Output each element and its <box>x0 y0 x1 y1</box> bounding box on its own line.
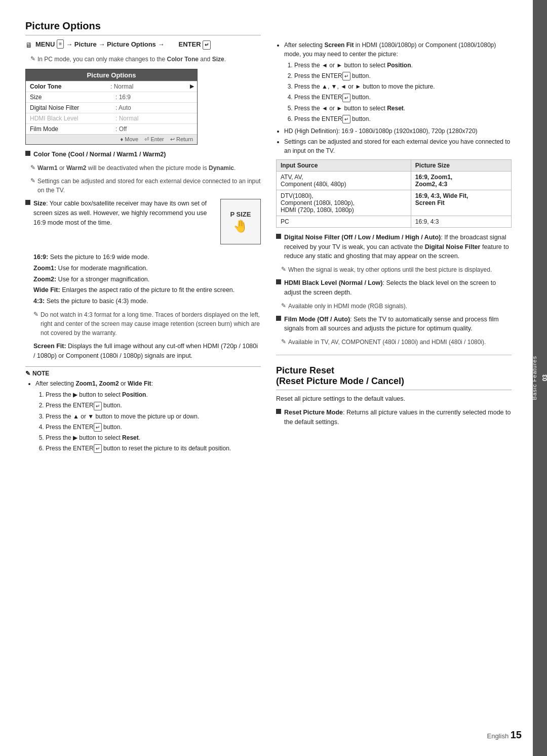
wide-fit-text: Wide Fit: Enlarges the aspect ratio of t… <box>33 285 261 295</box>
color-tone-bullet: Color Tone (Cool / Normal / Warm1 / Warm… <box>25 150 261 159</box>
signal-weak-note: ✎ When the signal is weak, try other opt… <box>281 265 512 274</box>
zoom1-text: Zoom1: Use for moderate magnification. <box>33 264 261 273</box>
p-size-image: P SIZE 🤚 <box>220 199 261 244</box>
pc-mode-note: ✎ In PC mode, you can only make changes … <box>30 55 261 64</box>
table-row: Film Mode : Off <box>26 123 197 134</box>
page-number: 15 <box>511 729 522 740</box>
screen-fit-text: Screen Fit: Displays the full image with… <box>33 342 261 361</box>
table-nav-bar: ♦ Move ⏎ Enter ↩ Return <box>26 134 197 144</box>
section-divider <box>276 355 512 355</box>
list-item: Press the ENTER↵ button. <box>46 401 261 410</box>
reset-picture-mode-bullet: Reset Picture Mode: Returns all picture … <box>276 408 512 427</box>
list-item: Settings can be adjusted and stored for … <box>284 137 512 155</box>
list-item: Press the ENTER↵ button. <box>294 93 512 102</box>
table-row: ATV, AV,Component (480i, 480p) 16:9, Zoo… <box>277 171 512 190</box>
table-header-row: Input Source Picture Size <box>277 159 512 171</box>
steps-screen-fit: Press the ◄ or ► button to select Positi… <box>284 61 512 123</box>
settings-note: ✎ Settings can be adjusted and stored fo… <box>30 177 261 195</box>
bullet-icon <box>276 409 281 414</box>
note-box: NOTE After selecting Zoom1, Zoom2 or Wid… <box>25 366 261 453</box>
screen-fit-note-list: After selecting Screen Fit in HDMI (1080… <box>276 40 512 123</box>
note-box-title: NOTE <box>25 370 261 377</box>
size-bullet: P SIZE 🤚 Size: Your cable box/satellite … <box>25 199 261 248</box>
list-item: Press the ENTER↵ button. <box>46 423 261 432</box>
chapter-tab: 03 Basic Features <box>533 0 547 756</box>
bullet-icon <box>276 279 281 284</box>
film-available-note: ✎ Available in TV, AV, COMPONENT (480i /… <box>281 338 512 347</box>
list-item: Press the ▲, ▼, ◄ or ► button to move th… <box>294 82 512 91</box>
list-item: Press the ▲ or ▼ button to move the pict… <box>46 412 261 421</box>
size-4-3-text: 4:3: Sets the picture to basic (4:3) mod… <box>33 297 261 306</box>
input-source-header: Input Source <box>277 159 411 171</box>
table-row: DTV(1080i),Component (1080i, 1080p),HDMI… <box>277 190 512 216</box>
zoom2-text: Zoom2: Use for a stronger magnification. <box>33 275 261 284</box>
list-item: Press the ENTER↵ button to reset the pic… <box>46 444 261 453</box>
list-item: Press the ▶ button to select Position. <box>46 390 261 399</box>
chapter-label: Basic Features <box>531 356 537 400</box>
menu-path: 🖥 MENU ≡ → Picture → Picture Options → E… <box>25 39 261 51</box>
chapter-number: 03 <box>541 374 547 381</box>
bullet-icon <box>25 200 30 205</box>
page-lang: English <box>487 732 509 740</box>
4-3-caution-note: ✎ Do not watch in 4:3 format for a long … <box>33 310 261 338</box>
size-16-9-text: 16:9: Sets the picture to 16:9 wide mode… <box>33 253 261 262</box>
table-row: PC 16:9, 4:3 <box>277 216 512 227</box>
hd-note-list: HD (High Definition): 16:9 - 1080i/1080p… <box>276 127 512 155</box>
table-row: Digital Noise Filter : Auto <box>26 102 197 113</box>
digital-noise-bullet: Digital Noise Filter (Off / Low / Medium… <box>276 233 512 261</box>
page-footer: English 15 <box>487 729 522 741</box>
warm-note: ✎ Warm1 or Warm2 will be deactivated whe… <box>30 163 261 173</box>
hdmi-only-note: ✎ Available only in HDMI mode (RGB signa… <box>281 302 512 311</box>
picture-options-table: Picture Options Color Tone : Normal ▶ Si… <box>25 69 198 145</box>
list-item: Press the ◄ or ► button to select Reset. <box>294 104 512 113</box>
film-mode-bullet: Film Mode (Off / Auto): Sets the TV to a… <box>276 315 512 334</box>
pencil-icon: ✎ <box>30 55 35 62</box>
input-source-table: Input Source Picture Size ATV, AV,Compon… <box>276 159 512 228</box>
section-title-picture-options: Picture Options <box>25 20 261 35</box>
bullet-icon <box>276 316 281 321</box>
list-item: After selecting Zoom1, Zoom2 or Wide Fit… <box>35 379 261 453</box>
reset-description: Reset all picture settings to the defaul… <box>276 394 512 404</box>
list-item: Press the ENTER↵ button. <box>294 71 512 80</box>
picture-size-header: Picture Size <box>411 159 511 171</box>
table-row: HDMI Black Level : Normal <box>26 113 197 123</box>
note-list: After selecting Zoom1, Zoom2 or Wide Fit… <box>25 379 261 453</box>
list-item: Press the ENTER↵ button. <box>294 114 512 123</box>
steps-zoom: Press the ▶ button to select Position. P… <box>35 390 261 453</box>
table-header: Picture Options <box>26 69 197 81</box>
list-item: Press the ◄ or ► button to select Positi… <box>294 61 512 70</box>
section2-title: Picture Reset(Reset Picture Mode / Cance… <box>276 365 512 390</box>
bullet-icon <box>25 151 30 156</box>
hdmi-black-bullet: HDMI Black Level (Normal / Low): Selects… <box>276 278 512 298</box>
table-row: Color Tone : Normal ▶ <box>26 81 197 92</box>
list-item: After selecting Screen Fit in HDMI (1080… <box>284 40 512 123</box>
list-item: HD (High Definition): 16:9 - 1080i/1080p… <box>284 127 512 136</box>
table-row: Size : 16:9 <box>26 92 197 102</box>
bullet-icon <box>276 234 281 239</box>
list-item: Press the ▶ button to select Reset. <box>46 433 261 442</box>
